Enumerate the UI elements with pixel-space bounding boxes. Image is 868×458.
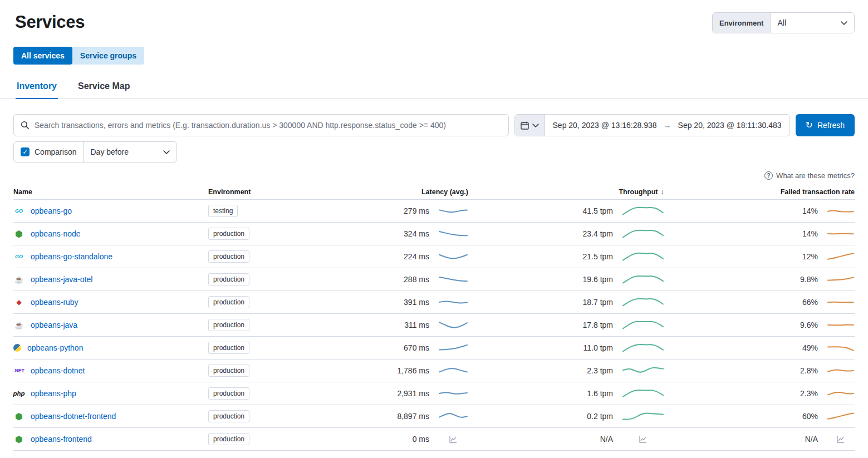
all-services-button[interactable]: All services xyxy=(13,47,72,65)
search-input[interactable] xyxy=(35,121,502,130)
service-link[interactable]: opbeans-go-standalone xyxy=(31,252,112,261)
python-icon xyxy=(13,344,21,352)
comparison-checkbox[interactable]: ✓ xyxy=(21,147,30,156)
column-header-throughput-label: Throughput xyxy=(619,188,658,196)
sparkline xyxy=(622,365,664,377)
failed_rate-value: 49% xyxy=(802,343,818,352)
service-link[interactable]: opbeans-dotnet xyxy=(31,366,85,375)
comparison-label: Comparison xyxy=(35,147,76,156)
failed_rate-cell: 2.8% xyxy=(664,365,855,377)
sparkline xyxy=(622,250,664,263)
column-header-throughput[interactable]: Throughput ↓ xyxy=(468,188,664,196)
service-link[interactable]: opbeans-java xyxy=(31,321,77,329)
question-icon: ? xyxy=(764,171,773,180)
failed_rate-value: 2.3% xyxy=(800,389,818,398)
failed_rate-value: 9.8% xyxy=(800,275,818,284)
sparkline-holder xyxy=(438,319,468,331)
environment-select[interactable]: All xyxy=(771,13,854,33)
comparison-row: ✓ Comparison Day before xyxy=(0,141,868,162)
column-header-name[interactable]: Name xyxy=(13,188,208,196)
no-data-chart-icon xyxy=(449,435,458,444)
sparkline-holder xyxy=(622,387,664,400)
sparkline-holder xyxy=(622,365,664,377)
refresh-button[interactable]: ↻ Refresh xyxy=(796,114,855,136)
service-name-cell: .NETopbeans-dotnet xyxy=(13,366,208,375)
failed_rate-value: 66% xyxy=(802,298,818,307)
environment-cell: production xyxy=(208,296,332,308)
sparkline xyxy=(827,273,855,285)
column-header-failed-rate[interactable]: Failed transaction rate xyxy=(664,188,855,196)
comparison-checkbox-wrap: ✓ Comparison xyxy=(14,142,83,162)
service-link[interactable]: opbeans-php xyxy=(31,389,76,398)
column-header-environment[interactable]: Environment xyxy=(208,188,332,196)
comparison-select[interactable]: Day before xyxy=(83,142,176,162)
service-link[interactable]: opbeans-frontend xyxy=(31,435,92,444)
service-link[interactable]: opbeans-go xyxy=(31,206,72,215)
sparkline-holder xyxy=(827,435,855,444)
service-name-cell: phpopbeans-php xyxy=(13,389,208,398)
column-header-latency[interactable]: Latency (avg.) xyxy=(332,188,468,196)
sparkline-holder xyxy=(438,342,468,354)
sparkline xyxy=(622,387,664,400)
environment-cell: production xyxy=(208,410,332,422)
throughput-value: 0.2 tpm xyxy=(587,412,613,421)
tab-inventory[interactable]: Inventory xyxy=(16,81,58,99)
throughput-cell: 18.7 tpm xyxy=(468,296,664,308)
dotnet-icon: .NET xyxy=(13,368,24,373)
chevron-down-icon xyxy=(163,150,170,154)
tab-service-map[interactable]: Service Map xyxy=(77,81,131,99)
environment-cell: production xyxy=(208,273,332,285)
environment-badge: production xyxy=(208,365,249,377)
latency-cell: 288 ms xyxy=(332,273,468,285)
sparkline xyxy=(438,342,468,354)
sparkline-holder xyxy=(827,387,855,400)
sparkline-holder xyxy=(827,250,855,263)
service-groups-button[interactable]: Service groups xyxy=(72,47,144,65)
throughput-cell: 0.2 tpm xyxy=(468,410,664,422)
failed_rate-value: 14% xyxy=(802,206,818,215)
sparkline xyxy=(827,228,855,240)
sparkline xyxy=(622,342,664,354)
service-link[interactable]: opbeans-ruby xyxy=(31,298,79,307)
table-row: GOopbeans-gotesting279 ms41.5 tpm14% xyxy=(13,200,855,223)
no-data-chart-icon xyxy=(836,435,845,444)
table-row: .NETopbeans-dotnetproduction1,786 ms2.3 … xyxy=(13,359,855,382)
table-row: ⬢opbeans-dotnet-frontendproduction8,897 … xyxy=(13,405,855,428)
sparkline-holder xyxy=(827,342,855,354)
environment-badge: production xyxy=(208,319,249,331)
service-link[interactable]: opbeans-java-otel xyxy=(31,275,92,284)
failed_rate-cell: 49% xyxy=(664,342,855,354)
metrics-help-link[interactable]: ? What are these metrics? xyxy=(0,171,868,180)
failed_rate-cell: 2.3% xyxy=(664,387,855,400)
node-icon: ⬢ xyxy=(13,434,24,445)
sparkline xyxy=(827,410,855,422)
service-link[interactable]: opbeans-python xyxy=(27,343,83,352)
throughput-cell: N/A xyxy=(468,435,664,444)
go-icon: GO xyxy=(13,254,24,259)
table-row: ⬢opbeans-nodeproduction324 ms23.4 tpm14% xyxy=(13,223,855,245)
sparkline-holder xyxy=(622,273,664,285)
date-range-end[interactable]: Sep 20, 2023 @ 18:11:30.483 xyxy=(678,121,782,130)
environment-filter: Environment All xyxy=(712,12,855,33)
service-link[interactable]: opbeans-dotnet-frontend xyxy=(31,412,116,421)
latency-cell: 8,897 ms xyxy=(332,410,468,422)
environment-filter-label: Environment xyxy=(713,13,771,33)
throughput-value: 23.4 tpm xyxy=(583,229,613,238)
date-range-start[interactable]: Sep 20, 2023 @ 13:16:28.938 xyxy=(553,121,657,130)
sparkline xyxy=(622,410,664,422)
failed_rate-cell: 14% xyxy=(664,228,855,240)
date-quick-select[interactable] xyxy=(515,115,545,136)
latency-value: 2,931 ms xyxy=(397,389,429,398)
chevron-down-icon xyxy=(841,21,847,25)
date-range: Sep 20, 2023 @ 13:16:28.938 → Sep 20, 20… xyxy=(545,121,789,130)
refresh-icon: ↻ xyxy=(806,121,813,130)
environment-badge: production xyxy=(208,250,249,263)
table-row: GOopbeans-go-standaloneproduction224 ms2… xyxy=(13,245,855,268)
latency-cell: 224 ms xyxy=(332,250,468,263)
service-link[interactable]: opbeans-node xyxy=(31,229,81,238)
sparkline xyxy=(438,410,468,422)
refresh-button-label: Refresh xyxy=(817,121,845,130)
sparkline-holder xyxy=(827,205,855,217)
latency-cell: 0 ms xyxy=(332,435,468,444)
throughput-cell: 17.8 tpm xyxy=(468,319,664,331)
